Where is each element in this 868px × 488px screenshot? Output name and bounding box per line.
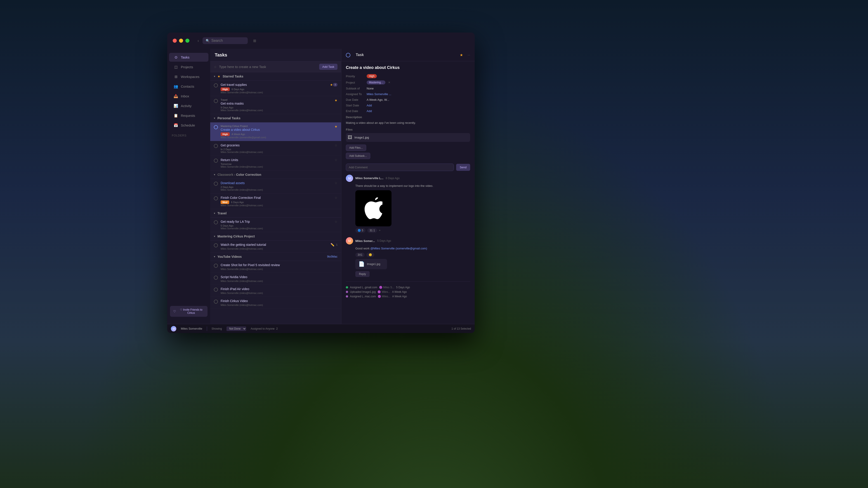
sidebar-item-tasks[interactable]: ⊙ Tasks [169, 53, 209, 62]
task-item[interactable]: Create Shot list for Pixel 5 revisited r… [210, 261, 341, 273]
task-item[interactable]: Get groceries In 2 Days Miles Somerville… [210, 141, 341, 156]
task-checkbox[interactable] [214, 264, 218, 268]
starred-section-label: Starred Tasks [223, 74, 243, 78]
sidebar-projects-label: Projects [181, 65, 193, 69]
reaction-blue[interactable]: 🔵 5 [355, 228, 366, 233]
end-value[interactable]: Add [367, 109, 372, 113]
reaction-3x1[interactable]: 3X1 [355, 253, 365, 257]
section-header-starred[interactable]: ▾ ★ Starred Tasks [210, 72, 341, 80]
task-checkbox[interactable] [214, 243, 218, 248]
search-input[interactable] [211, 39, 243, 43]
sidebar-item-workspaces[interactable]: ⊞ Workspaces [169, 72, 209, 81]
section-header-travel[interactable]: ▾ Travel [210, 209, 341, 218]
add-subtask-button[interactable]: Add Subtask... [346, 153, 370, 159]
reaction-smile[interactable]: 😊 [366, 253, 374, 257]
task-content: Create Shot list for Pixel 5 revisited r… [221, 263, 338, 270]
sidebar-item-activity[interactable]: 📊 Activity [169, 101, 209, 110]
sidebar-schedule-label: Schedule [181, 123, 195, 127]
detail-more-icon[interactable]: ··· [467, 53, 470, 57]
invite-friends-button[interactable]: ♡ ♡ Invite Friends to Cirkus [170, 306, 208, 317]
task-checkbox[interactable] [214, 144, 218, 148]
sidebar-item-schedule[interactable]: 📅 Schedule [169, 121, 209, 130]
search-bar[interactable]: 🔍 [203, 37, 248, 44]
task-checkbox[interactable] [214, 182, 218, 186]
chevron-down-icon: ▾ [214, 173, 215, 176]
task-item[interactable]: Finish Color Correction Final Med 6 Days… [210, 194, 341, 209]
start-value[interactable]: Add [367, 104, 372, 107]
task-checkbox[interactable] [214, 288, 218, 292]
reaction-bar: 3X1 😊 [355, 253, 470, 257]
detail-star-icon[interactable]: ★ [460, 53, 463, 57]
end-date-row: End Date Add [346, 109, 470, 113]
back-arrow-icon[interactable]: ‹ [197, 38, 199, 43]
task-checkbox[interactable] [214, 99, 218, 103]
comment-header: M Miles Somerville L... 6 Days Ago [346, 175, 470, 182]
task-item[interactable]: Travel Get extra masks 9 Days Ago Miles … [210, 96, 341, 114]
file-icon: 🖼 [348, 135, 352, 140]
maximize-button[interactable] [185, 39, 189, 43]
task-user: Miles Somerville (miles@hotmac.com) [221, 248, 331, 250]
task-item[interactable]: Finish Cirkus Video Miles Somerville (mi… [210, 297, 341, 309]
sidebar-item-requests[interactable]: 📋 Requests [169, 111, 209, 120]
section-header-mastering[interactable]: ▾ Mastering Cirkus Project [210, 232, 341, 240]
star-filled-icon[interactable]: ★ [335, 98, 338, 102]
star-empty-icon[interactable]: ☆ [335, 158, 338, 162]
project-edit-icon[interactable]: ✕ [388, 81, 391, 84]
task-item[interactable]: Script Nvidia Video Miles Somerville (mi… [210, 273, 341, 285]
expand-icon[interactable]: ⊞ [253, 39, 256, 43]
task-meta: High 6 Days Ago [221, 88, 330, 91]
status-filter-select[interactable]: Not Done Done All [226, 326, 246, 331]
start-label: Start Date [346, 104, 364, 107]
sidebar-item-projects[interactable]: ◫ Projects [169, 63, 209, 71]
task-item[interactable]: Return Units Tomorrow Miles Somerville (… [210, 156, 341, 170]
reply-button[interactable]: Reply [355, 271, 370, 277]
task-checkbox[interactable] [214, 125, 218, 129]
section-header-classwork[interactable]: ▾ Classwork › Color Correction [210, 170, 341, 179]
task-detail-scroll[interactable]: Create a video about Cirkus Priority Hig… [341, 61, 475, 324]
task-checkbox[interactable] [214, 275, 218, 280]
task-checkbox[interactable] [214, 84, 218, 88]
assigned-value[interactable]: Miles Somerville ... [367, 92, 391, 96]
task-name: Finish Color Correction Final [221, 196, 335, 199]
add-files-button[interactable]: Add Files... [346, 144, 366, 151]
task-user: Miles Somerville (miles@hotmac.com) [221, 151, 335, 153]
task-item[interactable]: Watch the getting started tutorial Miles… [210, 240, 341, 253]
reaction-bar: 🔵 5 31 1 + [355, 228, 470, 233]
task-checkbox[interactable] [214, 220, 218, 224]
reaction-count[interactable]: 31 1 [367, 228, 377, 233]
star-filled-icon[interactable]: ★ [335, 125, 338, 128]
task-item[interactable]: Download assets 2 Days Ago Miles Somervi… [210, 179, 341, 194]
task-checkbox[interactable] [214, 159, 218, 163]
send-button[interactable]: Send [456, 164, 470, 171]
star-empty-icon[interactable]: ☆ [335, 143, 338, 147]
close-button[interactable] [173, 39, 177, 43]
add-comment-row: Send [346, 164, 470, 171]
sidebar-item-contacts[interactable]: 👥 Contacts [169, 82, 209, 91]
task-item-selected[interactable]: Mastering Cirkus Project Create a video … [210, 123, 341, 141]
traffic-lights [173, 39, 189, 43]
task-checkbox[interactable] [214, 300, 218, 304]
comment-input[interactable] [346, 164, 454, 171]
task-name: Create a video about Cirkus [221, 128, 335, 131]
add-task-input[interactable] [219, 65, 317, 69]
add-task-button[interactable]: Add Task [319, 64, 338, 70]
add-reaction-button[interactable]: + [379, 229, 380, 232]
section-header-youtube[interactable]: ▾ YouTube Videos 9to5Mac [210, 253, 341, 261]
star-empty-icon[interactable]: ☆ [335, 181, 338, 185]
task-item[interactable]: Finish iPad Air video Miles Somerville (… [210, 285, 341, 297]
star-empty-icon[interactable]: ☆ [335, 220, 338, 223]
star-empty-icon[interactable]: ☆ [335, 196, 338, 199]
star-filled-icon[interactable]: ★ [330, 83, 333, 87]
task-meta: 2 Days Ago [221, 186, 335, 188]
minimize-button[interactable] [179, 39, 183, 43]
task-checkbox[interactable] [214, 196, 218, 200]
task-item[interactable]: Get travel supplies High 6 Days Ago Mile… [210, 80, 341, 96]
tasks-scroll[interactable]: ▾ ★ Starred Tasks Get travel supplies Hi… [210, 72, 341, 324]
section-header-personal[interactable]: ▾ Personal Tasks [210, 114, 341, 123]
edit-icon[interactable]: ✏️ [331, 243, 334, 247]
detail-task-checkbox[interactable] [346, 53, 350, 57]
subtask-value: None [367, 87, 374, 90]
task-item[interactable]: Get ready for LA Trip 5 Days Ago Miles S… [210, 218, 341, 232]
task-user: Miles Somerville (miles@hotmac.com) [221, 292, 338, 294]
sidebar-item-inbox[interactable]: 📥 Inbox [169, 92, 209, 101]
